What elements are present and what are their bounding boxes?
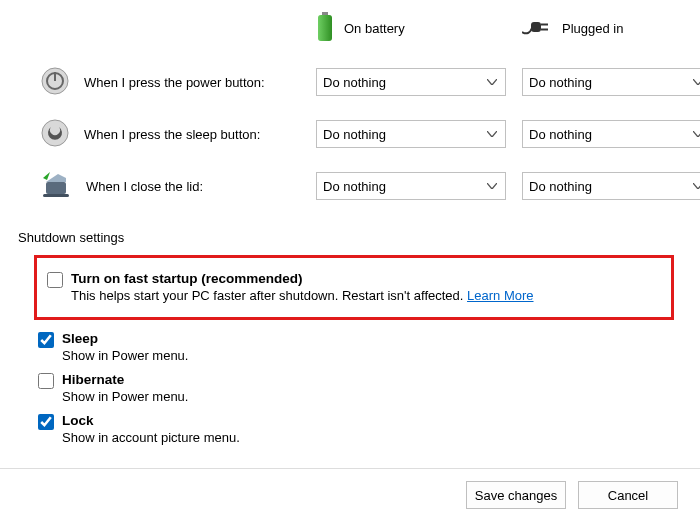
svg-rect-3 — [531, 22, 541, 32]
svg-rect-0 — [322, 12, 328, 15]
sleep-button-battery-select[interactable]: Do nothing — [316, 120, 506, 148]
lock-option: Lock Show in account picture menu. — [16, 408, 684, 449]
fast-startup-checkbox[interactable] — [47, 272, 63, 288]
cancel-button[interactable]: Cancel — [578, 481, 678, 509]
laptop-lid-icon — [40, 172, 72, 201]
fast-startup-desc: This helps start your PC faster after sh… — [71, 288, 534, 303]
shutdown-settings-heading: Shutdown settings — [16, 212, 684, 251]
power-options-panel: On battery Plugged in When I press the p… — [0, 0, 700, 449]
close-lid-plugged-select[interactable]: Do nothing — [522, 172, 700, 200]
sleep-button-plugged-select[interactable]: Do nothing — [522, 120, 700, 148]
hibernate-title: Hibernate — [62, 372, 188, 387]
hibernate-checkbox[interactable] — [38, 373, 54, 389]
close-lid-row: When I close the lid: Do nothing Do noth… — [16, 160, 684, 212]
on-battery-header: On battery — [316, 12, 506, 45]
lock-checkbox[interactable] — [38, 414, 54, 430]
power-button-battery-select[interactable]: Do nothing — [316, 68, 506, 96]
hibernate-option: Hibernate Show in Power menu. — [16, 367, 684, 408]
sleep-desc: Show in Power menu. — [62, 348, 188, 363]
lock-title: Lock — [62, 413, 240, 428]
power-button-row: When I press the power button: Do nothin… — [16, 56, 684, 108]
sleep-option: Sleep Show in Power menu. — [16, 326, 684, 367]
sleep-button-icon — [40, 118, 70, 151]
plugged-in-header: Plugged in — [522, 18, 700, 39]
sleep-title: Sleep — [62, 331, 188, 346]
save-changes-button[interactable]: Save changes — [466, 481, 566, 509]
fast-startup-highlight: Turn on fast startup (recommended) This … — [34, 255, 674, 320]
sleep-button-row: When I press the sleep button: Do nothin… — [16, 108, 684, 160]
learn-more-link[interactable]: Learn More — [467, 288, 533, 303]
footer: Save changes Cancel — [0, 468, 700, 521]
hibernate-desc: Show in Power menu. — [62, 389, 188, 404]
sleep-button-label: When I press the sleep button: — [84, 127, 260, 142]
svg-rect-11 — [43, 194, 69, 197]
power-button-plugged-select[interactable]: Do nothing — [522, 68, 700, 96]
power-button-icon — [40, 66, 70, 99]
svg-point-9 — [42, 120, 68, 146]
plug-icon — [522, 18, 552, 39]
fast-startup-title: Turn on fast startup (recommended) — [71, 271, 534, 286]
svg-rect-2 — [318, 15, 332, 41]
power-button-label: When I press the power button: — [84, 75, 265, 90]
on-battery-label: On battery — [344, 21, 405, 36]
svg-rect-10 — [46, 182, 66, 194]
fast-startup-option: Turn on fast startup (recommended) This … — [47, 266, 661, 307]
sleep-checkbox[interactable] — [38, 332, 54, 348]
close-lid-label: When I close the lid: — [86, 179, 203, 194]
column-headers: On battery Plugged in — [16, 0, 684, 56]
close-lid-battery-select[interactable]: Do nothing — [316, 172, 506, 200]
lock-desc: Show in account picture menu. — [62, 430, 240, 445]
battery-icon — [316, 12, 334, 45]
plugged-in-label: Plugged in — [562, 21, 623, 36]
